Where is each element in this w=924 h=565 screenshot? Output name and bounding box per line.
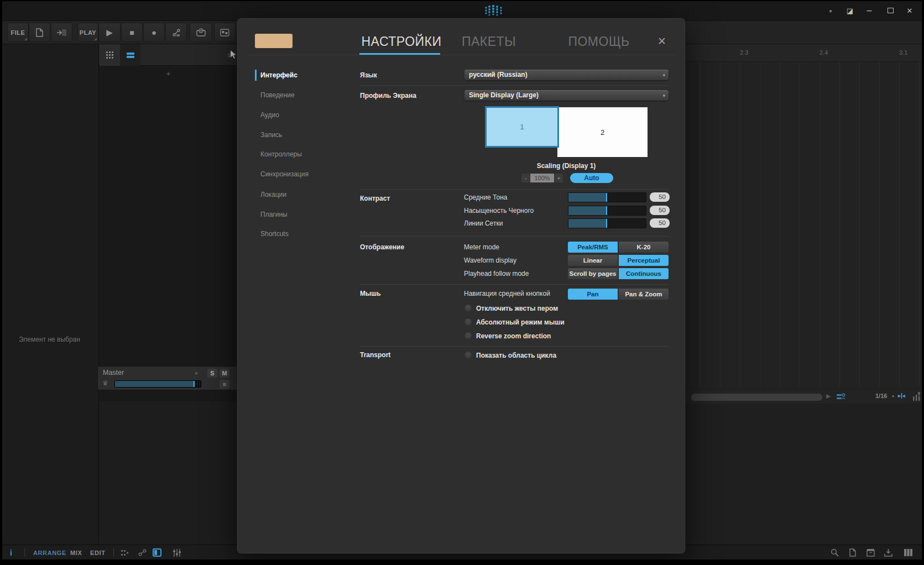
sidebar-item-sync[interactable]: Синхронизация (260, 169, 309, 180)
chevron-down-icon: ▾ (662, 70, 665, 81)
dialog-logo-badge (255, 34, 293, 48)
horizontal-scrollbar[interactable] (691, 394, 822, 401)
nav-pan-zoom[interactable]: Pan & Zoom (619, 289, 669, 300)
mixer-sliders-icon[interactable] (173, 545, 181, 560)
master-track-strip[interactable]: Master ● S M ♛ ≡ (97, 366, 241, 390)
view-tab-mix[interactable]: MIX (70, 545, 82, 560)
import-file-icon[interactable] (51, 23, 72, 42)
display-layout-icon[interactable] (214, 23, 236, 42)
display-profile-dropdown[interactable]: Single Display (Large) ▾ (464, 90, 669, 101)
sidebar-item-behavior[interactable]: Поведение (260, 90, 295, 101)
file-menu-button[interactable]: FILE (7, 23, 29, 42)
download-install-icon[interactable] (884, 545, 892, 560)
scaling-value[interactable]: 100% (530, 174, 554, 182)
language-dropdown[interactable]: русский (Russian) ▾ (464, 70, 669, 80)
view-tab-arrange[interactable]: ARRANGE (33, 545, 66, 560)
snap-dropdown-icon[interactable]: ▴ (892, 393, 894, 398)
inspector-panel: Элемент не выбран (0, 44, 99, 545)
play-menu-button[interactable]: PLAY (77, 23, 98, 42)
scaling-auto-button[interactable]: Auto (570, 173, 613, 183)
black-level-value[interactable]: 50 (650, 206, 670, 215)
follow-play-icon[interactable]: ▶ (826, 393, 831, 400)
master-volume-fader[interactable] (114, 380, 201, 388)
scaling-title: Scaling (Display 1) (483, 162, 649, 170)
zoom-tracks-icon[interactable] (912, 392, 921, 401)
minimize-button[interactable]: – (864, 0, 875, 21)
waveform-display-label: Waveform display (464, 256, 516, 265)
sidebar-item-recording[interactable]: Запись (260, 129, 282, 140)
tab-help[interactable]: ПОМОЩЬ (561, 33, 636, 50)
waveform-linear[interactable]: Linear (568, 255, 618, 266)
info-icon[interactable]: i (10, 545, 12, 560)
stop-button[interactable]: ■ (121, 23, 143, 42)
show-cycle-region-checkbox[interactable] (464, 350, 472, 359)
sidebar-item-audio[interactable]: Аудио (260, 109, 279, 121)
display-profile-icon[interactable]: ◪ (844, 0, 855, 21)
cursor-tool-icon[interactable] (230, 50, 237, 60)
play-button[interactable]: ▶ (98, 23, 121, 42)
sidebar-item-shortcuts[interactable]: Shortcuts (260, 228, 289, 239)
close-window-button[interactable]: ✕ (904, 0, 915, 21)
reverse-zoom-checkbox[interactable] (464, 331, 472, 339)
absolute-mouse-checkbox[interactable] (464, 317, 472, 326)
panel-toggle-icon[interactable] (153, 545, 161, 560)
black-level-slider[interactable] (568, 206, 646, 216)
tab-packages[interactable]: ПАКЕТЫ (456, 33, 522, 50)
pen-gestures-label: Отключить жесты пером (476, 304, 558, 313)
display-profile-label: Профиль Экрана (360, 91, 416, 100)
reverse-zoom-label: Reverse zoom direction (476, 332, 551, 341)
mapping-icon[interactable] (138, 545, 147, 560)
file-browser-icon[interactable] (849, 545, 856, 560)
solo-button[interactable]: S (207, 369, 217, 378)
record-arm-icon[interactable]: ● (194, 369, 199, 377)
grid-view-icon[interactable] (100, 44, 120, 66)
dialog-close-icon[interactable]: ✕ (653, 33, 671, 50)
snap-group-icon[interactable] (836, 393, 846, 401)
snap-value[interactable]: 1/16 (875, 393, 887, 399)
maximize-button[interactable] (885, 0, 896, 21)
midtones-value[interactable]: 50 (650, 192, 670, 202)
sidebar-item-locations[interactable]: Локации (260, 189, 286, 200)
timeline-tick: 3.1 (899, 49, 907, 56)
middle-button-nav-label: Навигация средней кнопкой (464, 289, 550, 298)
playhead-continuous[interactable]: Continuous (619, 268, 669, 279)
display-preview-2[interactable]: 2 (557, 107, 648, 157)
meter-mode-k20[interactable]: K-20 (619, 242, 669, 253)
midtones-slider[interactable] (568, 192, 646, 202)
add-track-plus-icon[interactable]: + (166, 69, 171, 78)
grid-lines-value[interactable]: 50 (650, 218, 670, 228)
meter-mode-peak-rms[interactable]: Peak/RMS (568, 242, 618, 253)
pen-gestures-checkbox[interactable] (464, 304, 472, 312)
automation-write-icon[interactable]: w (165, 23, 187, 42)
sidebar-item-controllers[interactable]: Контроллеры (260, 149, 302, 160)
grid-lines-label: Линии Сетки (464, 219, 503, 228)
view-tab-edit[interactable]: EDIT (90, 545, 105, 560)
zoom-fit-icon[interactable]: ▸|◂ (898, 393, 905, 399)
tab-settings[interactable]: НАСТРОЙКИ (359, 33, 443, 50)
playhead-scroll-by-pages[interactable]: Scroll by pages (568, 268, 618, 279)
grid-lines-slider[interactable] (568, 218, 646, 228)
package-icon[interactable] (866, 545, 875, 560)
black-level-label: Насыщеность Черного (464, 206, 534, 215)
list-view-icon[interactable] (120, 44, 140, 66)
waveform-perceptual[interactable]: Perceptual (619, 255, 669, 266)
meter-mode-label: Meter mode (464, 243, 499, 252)
playhead-follow-toggle: Scroll by pages Continuous (568, 268, 669, 279)
bitwig-window: ● ◪ – ✕ FILE PLAY ▶ ■ ● w Элемент не выб… (0, 0, 924, 565)
workspace-grid-icon[interactable] (904, 545, 913, 560)
add-instrument-icon[interactable] (190, 23, 212, 42)
display-preview-1[interactable]: 1 (485, 106, 559, 148)
sidebar-item-interface[interactable]: Интерфейс (260, 70, 297, 81)
header-divider (248, 55, 675, 55)
new-project-icon[interactable] (29, 23, 50, 42)
search-icon[interactable] (831, 545, 839, 560)
window-edge (922, 0, 924, 565)
dual-display-icon[interactable] (121, 545, 129, 560)
sidebar-item-plugins[interactable]: Плагины (260, 209, 288, 220)
track-options-icon[interactable]: ≡ (220, 380, 229, 389)
record-button[interactable]: ● (143, 23, 165, 42)
mute-button[interactable]: M (220, 369, 229, 378)
scaling-plus-button[interactable]: + (555, 174, 563, 182)
nav-pan[interactable]: Pan (568, 289, 618, 300)
scaling-minus-button[interactable]: - (521, 174, 530, 182)
